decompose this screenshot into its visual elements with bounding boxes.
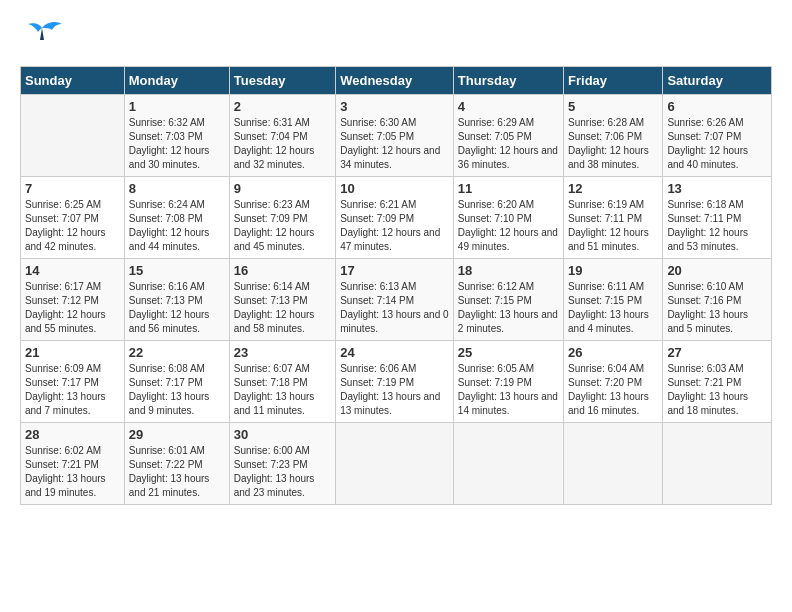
day-info: Sunrise: 6:11 AMSunset: 7:15 PMDaylight:… bbox=[568, 280, 658, 336]
calendar-cell: 14Sunrise: 6:17 AMSunset: 7:12 PMDayligh… bbox=[21, 259, 125, 341]
day-number: 13 bbox=[667, 181, 767, 196]
calendar-cell: 23Sunrise: 6:07 AMSunset: 7:18 PMDayligh… bbox=[229, 341, 335, 423]
calendar-cell bbox=[336, 423, 454, 505]
header-day-friday: Friday bbox=[564, 67, 663, 95]
calendar-cell: 7Sunrise: 6:25 AMSunset: 7:07 PMDaylight… bbox=[21, 177, 125, 259]
calendar-cell: 10Sunrise: 6:21 AMSunset: 7:09 PMDayligh… bbox=[336, 177, 454, 259]
calendar-cell bbox=[564, 423, 663, 505]
day-number: 27 bbox=[667, 345, 767, 360]
calendar-cell: 30Sunrise: 6:00 AMSunset: 7:23 PMDayligh… bbox=[229, 423, 335, 505]
header-day-sunday: Sunday bbox=[21, 67, 125, 95]
day-info: Sunrise: 6:05 AMSunset: 7:19 PMDaylight:… bbox=[458, 362, 559, 418]
day-number: 29 bbox=[129, 427, 225, 442]
day-info: Sunrise: 6:14 AMSunset: 7:13 PMDaylight:… bbox=[234, 280, 331, 336]
calendar-cell: 12Sunrise: 6:19 AMSunset: 7:11 PMDayligh… bbox=[564, 177, 663, 259]
day-number: 26 bbox=[568, 345, 658, 360]
calendar-table: SundayMondayTuesdayWednesdayThursdayFrid… bbox=[20, 66, 772, 505]
day-info: Sunrise: 6:01 AMSunset: 7:22 PMDaylight:… bbox=[129, 444, 225, 500]
day-info: Sunrise: 6:12 AMSunset: 7:15 PMDaylight:… bbox=[458, 280, 559, 336]
day-number: 7 bbox=[25, 181, 120, 196]
calendar-cell: 3Sunrise: 6:30 AMSunset: 7:05 PMDaylight… bbox=[336, 95, 454, 177]
calendar-week-row: 21Sunrise: 6:09 AMSunset: 7:17 PMDayligh… bbox=[21, 341, 772, 423]
calendar-cell: 9Sunrise: 6:23 AMSunset: 7:09 PMDaylight… bbox=[229, 177, 335, 259]
day-info: Sunrise: 6:24 AMSunset: 7:08 PMDaylight:… bbox=[129, 198, 225, 254]
calendar-header-row: SundayMondayTuesdayWednesdayThursdayFrid… bbox=[21, 67, 772, 95]
day-info: Sunrise: 6:30 AMSunset: 7:05 PMDaylight:… bbox=[340, 116, 449, 172]
day-info: Sunrise: 6:04 AMSunset: 7:20 PMDaylight:… bbox=[568, 362, 658, 418]
calendar-cell: 25Sunrise: 6:05 AMSunset: 7:19 PMDayligh… bbox=[453, 341, 563, 423]
page-header bbox=[20, 20, 772, 56]
day-info: Sunrise: 6:17 AMSunset: 7:12 PMDaylight:… bbox=[25, 280, 120, 336]
day-number: 25 bbox=[458, 345, 559, 360]
calendar-cell: 17Sunrise: 6:13 AMSunset: 7:14 PMDayligh… bbox=[336, 259, 454, 341]
day-number: 15 bbox=[129, 263, 225, 278]
day-number: 16 bbox=[234, 263, 331, 278]
day-number: 12 bbox=[568, 181, 658, 196]
calendar-cell: 20Sunrise: 6:10 AMSunset: 7:16 PMDayligh… bbox=[663, 259, 772, 341]
calendar-cell: 24Sunrise: 6:06 AMSunset: 7:19 PMDayligh… bbox=[336, 341, 454, 423]
day-number: 10 bbox=[340, 181, 449, 196]
day-number: 28 bbox=[25, 427, 120, 442]
day-info: Sunrise: 6:09 AMSunset: 7:17 PMDaylight:… bbox=[25, 362, 120, 418]
day-info: Sunrise: 6:13 AMSunset: 7:14 PMDaylight:… bbox=[340, 280, 449, 336]
calendar-week-row: 14Sunrise: 6:17 AMSunset: 7:12 PMDayligh… bbox=[21, 259, 772, 341]
header-day-tuesday: Tuesday bbox=[229, 67, 335, 95]
day-info: Sunrise: 6:21 AMSunset: 7:09 PMDaylight:… bbox=[340, 198, 449, 254]
day-number: 14 bbox=[25, 263, 120, 278]
day-number: 30 bbox=[234, 427, 331, 442]
day-number: 19 bbox=[568, 263, 658, 278]
day-number: 18 bbox=[458, 263, 559, 278]
day-info: Sunrise: 6:32 AMSunset: 7:03 PMDaylight:… bbox=[129, 116, 225, 172]
day-info: Sunrise: 6:10 AMSunset: 7:16 PMDaylight:… bbox=[667, 280, 767, 336]
day-number: 4 bbox=[458, 99, 559, 114]
day-number: 9 bbox=[234, 181, 331, 196]
calendar-cell bbox=[21, 95, 125, 177]
day-number: 11 bbox=[458, 181, 559, 196]
day-number: 6 bbox=[667, 99, 767, 114]
calendar-cell: 5Sunrise: 6:28 AMSunset: 7:06 PMDaylight… bbox=[564, 95, 663, 177]
day-info: Sunrise: 6:23 AMSunset: 7:09 PMDaylight:… bbox=[234, 198, 331, 254]
day-number: 20 bbox=[667, 263, 767, 278]
calendar-cell: 21Sunrise: 6:09 AMSunset: 7:17 PMDayligh… bbox=[21, 341, 125, 423]
day-number: 3 bbox=[340, 99, 449, 114]
calendar-cell: 19Sunrise: 6:11 AMSunset: 7:15 PMDayligh… bbox=[564, 259, 663, 341]
header-day-wednesday: Wednesday bbox=[336, 67, 454, 95]
day-number: 23 bbox=[234, 345, 331, 360]
calendar-cell bbox=[453, 423, 563, 505]
day-number: 22 bbox=[129, 345, 225, 360]
day-info: Sunrise: 6:03 AMSunset: 7:21 PMDaylight:… bbox=[667, 362, 767, 418]
day-info: Sunrise: 6:28 AMSunset: 7:06 PMDaylight:… bbox=[568, 116, 658, 172]
day-number: 8 bbox=[129, 181, 225, 196]
day-info: Sunrise: 6:16 AMSunset: 7:13 PMDaylight:… bbox=[129, 280, 225, 336]
day-number: 1 bbox=[129, 99, 225, 114]
calendar-cell: 8Sunrise: 6:24 AMSunset: 7:08 PMDaylight… bbox=[124, 177, 229, 259]
day-info: Sunrise: 6:00 AMSunset: 7:23 PMDaylight:… bbox=[234, 444, 331, 500]
day-info: Sunrise: 6:20 AMSunset: 7:10 PMDaylight:… bbox=[458, 198, 559, 254]
logo-icon bbox=[20, 20, 64, 56]
day-number: 24 bbox=[340, 345, 449, 360]
day-number: 2 bbox=[234, 99, 331, 114]
day-info: Sunrise: 6:07 AMSunset: 7:18 PMDaylight:… bbox=[234, 362, 331, 418]
day-info: Sunrise: 6:08 AMSunset: 7:17 PMDaylight:… bbox=[129, 362, 225, 418]
header-day-saturday: Saturday bbox=[663, 67, 772, 95]
calendar-cell: 22Sunrise: 6:08 AMSunset: 7:17 PMDayligh… bbox=[124, 341, 229, 423]
calendar-cell: 11Sunrise: 6:20 AMSunset: 7:10 PMDayligh… bbox=[453, 177, 563, 259]
calendar-cell: 15Sunrise: 6:16 AMSunset: 7:13 PMDayligh… bbox=[124, 259, 229, 341]
calendar-cell: 1Sunrise: 6:32 AMSunset: 7:03 PMDaylight… bbox=[124, 95, 229, 177]
calendar-cell: 4Sunrise: 6:29 AMSunset: 7:05 PMDaylight… bbox=[453, 95, 563, 177]
calendar-cell: 2Sunrise: 6:31 AMSunset: 7:04 PMDaylight… bbox=[229, 95, 335, 177]
day-info: Sunrise: 6:25 AMSunset: 7:07 PMDaylight:… bbox=[25, 198, 120, 254]
calendar-cell: 6Sunrise: 6:26 AMSunset: 7:07 PMDaylight… bbox=[663, 95, 772, 177]
calendar-cell: 13Sunrise: 6:18 AMSunset: 7:11 PMDayligh… bbox=[663, 177, 772, 259]
day-info: Sunrise: 6:18 AMSunset: 7:11 PMDaylight:… bbox=[667, 198, 767, 254]
calendar-week-row: 28Sunrise: 6:02 AMSunset: 7:21 PMDayligh… bbox=[21, 423, 772, 505]
day-info: Sunrise: 6:29 AMSunset: 7:05 PMDaylight:… bbox=[458, 116, 559, 172]
calendar-cell: 26Sunrise: 6:04 AMSunset: 7:20 PMDayligh… bbox=[564, 341, 663, 423]
day-info: Sunrise: 6:19 AMSunset: 7:11 PMDaylight:… bbox=[568, 198, 658, 254]
day-number: 5 bbox=[568, 99, 658, 114]
day-number: 17 bbox=[340, 263, 449, 278]
calendar-cell: 18Sunrise: 6:12 AMSunset: 7:15 PMDayligh… bbox=[453, 259, 563, 341]
header-day-monday: Monday bbox=[124, 67, 229, 95]
day-info: Sunrise: 6:02 AMSunset: 7:21 PMDaylight:… bbox=[25, 444, 120, 500]
day-info: Sunrise: 6:31 AMSunset: 7:04 PMDaylight:… bbox=[234, 116, 331, 172]
